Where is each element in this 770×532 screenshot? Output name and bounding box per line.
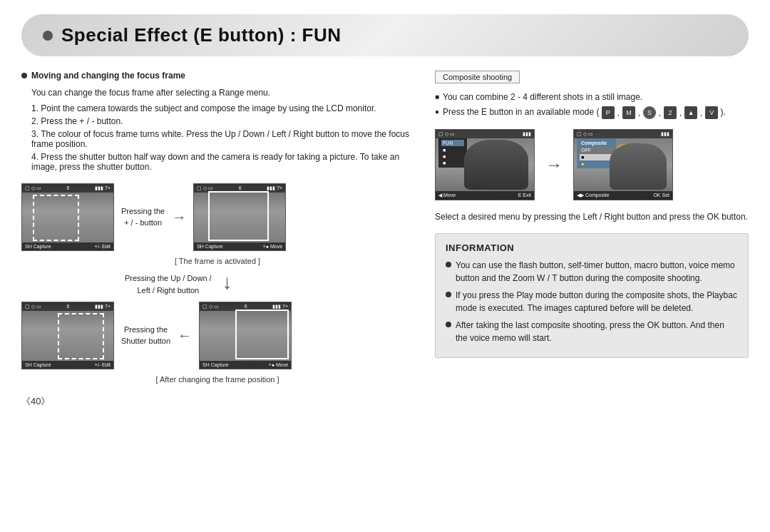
- step-3: 3. The colour of focus frame turns white…: [31, 129, 414, 149]
- focus-subtitle: You can change the focus frame after sel…: [31, 88, 414, 98]
- cam3-focus-frame: [58, 313, 104, 359]
- screenshots-section: ▢ ◇ ▭6▮▮▮ 7+ SH Capture +/- Edit Pressin…: [21, 183, 414, 384]
- cam1-focus-frame: [33, 195, 79, 241]
- pressing-plus-text: Pressing the+ / - button: [121, 207, 165, 226]
- header-bullet: [43, 31, 53, 41]
- comp-cam-right-person: [610, 143, 667, 190]
- composite-arrow: →: [545, 155, 563, 175]
- information-title: INFORMATION: [446, 242, 738, 253]
- information-box: INFORMATION You can use the flash button…: [435, 233, 749, 358]
- step-2: 2. Press the + / - button.: [31, 116, 414, 126]
- cam1-top-bar: ▢ ◇ ▭6▮▮▮ 7+: [22, 184, 113, 193]
- left-arrow: ←: [178, 327, 192, 344]
- composite-text1: You can combine 2 - 4 different shots in…: [443, 92, 642, 102]
- left-column: Moving and changing the focus frame You …: [21, 71, 414, 408]
- frame-activated-caption: [ The frame is activated ]: [21, 257, 414, 265]
- mode-p: P: [602, 106, 615, 119]
- right-arrow-1: →: [172, 209, 186, 225]
- cam1-status-bar: SH Capture +/- Edit: [22, 242, 113, 250]
- select-text: Select a desired menu by pressing the Le…: [435, 210, 749, 223]
- camera-screenshot-3: ▢ ◇ ▭6▮▮▮ 7+ SH Capture +/- Edit: [21, 302, 114, 369]
- after-changing-caption: [ After changing the frame position ]: [21, 375, 414, 384]
- mode-v: V: [705, 106, 718, 119]
- composite-cam-left: ▢ ◇ ▭▮▮▮ FUN ■ ■ ■ ◀ MoveE Exit: [435, 129, 535, 200]
- comp-cam-left-statusbar: ◀ MoveE Exit: [436, 191, 534, 200]
- focus-dot: [21, 73, 27, 78]
- camera-screenshot-2: ▢ ◇ ▭6▮▮▮ 7+ SH Capture +● Move: [193, 183, 286, 251]
- mode-a: ▲: [684, 106, 697, 119]
- info-dot-2: [446, 292, 451, 297]
- square-bullet: ■: [435, 93, 439, 101]
- composite-text2: Press the E button in an available mode …: [443, 106, 726, 119]
- mode-2: 2: [664, 106, 677, 119]
- fun-menu: FUN ■ ■ ■: [438, 138, 467, 168]
- cam4-focus-frame: [235, 310, 289, 359]
- page-header: Special Effect (E button) : FUN: [21, 14, 749, 56]
- top-screenshots-row: ▢ ◇ ▭6▮▮▮ 7+ SH Capture +/- Edit Pressin…: [21, 183, 414, 251]
- circle-bullet: ●: [435, 108, 439, 116]
- pressing-updown-label: Pressing the Up / Down /Left / Right but…: [125, 272, 212, 296]
- info-text-1: You can use the flash button, self-timer…: [456, 259, 738, 285]
- composite-cam-right: ▢ ◇ ▭▮▮▮ Composite OFF ■ ● ◀▶ CompositeO…: [573, 129, 673, 200]
- page-title: Special Effect (E button) : FUN: [61, 24, 342, 46]
- bottom-screenshots-row: ▢ ◇ ▭6▮▮▮ 7+ SH Capture +/- Edit Pressin…: [21, 302, 414, 369]
- right-column: Composite shooting ■ You can combine 2 -…: [435, 71, 749, 408]
- composite-line2: ● Press the E button in an available mod…: [435, 106, 749, 119]
- step-1: 1. Point the camera towards the subject …: [31, 103, 414, 113]
- composite-tag: Composite shooting: [435, 71, 520, 83]
- info-item-2: If you press the Play mode button during…: [446, 289, 738, 314]
- pressing-plus-label: Pressing the+ / - button: [121, 206, 165, 228]
- cam2-status-bar: SH Capture +● Move: [194, 242, 285, 250]
- info-item-3: After taking the last composite shooting…: [446, 319, 738, 344]
- down-arrow: ↓: [222, 271, 232, 294]
- composite-screenshots: ▢ ◇ ▭▮▮▮ FUN ■ ■ ■ ◀ MoveE Exit →: [435, 129, 749, 200]
- info-dot-3: [446, 322, 451, 327]
- composite-line1: ■ You can combine 2 - 4 different shots …: [435, 92, 749, 102]
- focus-section-header: Moving and changing the focus frame: [21, 71, 414, 83]
- cam2-focus-frame: [208, 191, 269, 241]
- step-4: 4. Press the shutter button half way dow…: [31, 152, 414, 172]
- cam3-top-bar: ▢ ◇ ▭6▮▮▮ 7+: [22, 302, 113, 311]
- steps-list: 1. Point the camera towards the subject …: [31, 103, 414, 172]
- mode-icons: P , M , S , 2 , ▲ , V: [602, 106, 718, 119]
- main-layout: Moving and changing the focus frame You …: [21, 71, 749, 408]
- mode-m: M: [622, 106, 635, 119]
- camera-screenshot-1: ▢ ◇ ▭6▮▮▮ 7+ SH Capture +/- Edit: [21, 183, 114, 251]
- info-text-3: After taking the last composite shooting…: [456, 319, 738, 344]
- info-text-2: If you press the Play mode button during…: [456, 289, 738, 314]
- cam4-status-bar: SH Capture +● Move: [200, 361, 291, 369]
- comp-cam-left-person: [464, 140, 528, 190]
- mode-s: S: [643, 106, 656, 119]
- comp-cam-right-topbar: ▢ ◇ ▭▮▮▮: [574, 130, 672, 138]
- info-item-1: You can use the flash button, self-timer…: [446, 259, 738, 285]
- comp-cam-right-statusbar: ◀▶ CompositeOK Set: [574, 191, 672, 200]
- camera-screenshot-4: ▢ ◇ ▭6▮▮▮ 7+ SH Capture +● Move: [199, 302, 292, 369]
- page-number: 《40》: [21, 395, 414, 408]
- comp-cam-left-topbar: ▢ ◇ ▭▮▮▮: [436, 130, 534, 138]
- pressing-shutter-label: Pressing theShutter button: [121, 324, 170, 347]
- info-dot-1: [446, 262, 451, 267]
- cam3-status-bar: SH Capture +/- Edit: [22, 361, 113, 369]
- focus-title: Moving and changing the focus frame: [31, 71, 185, 81]
